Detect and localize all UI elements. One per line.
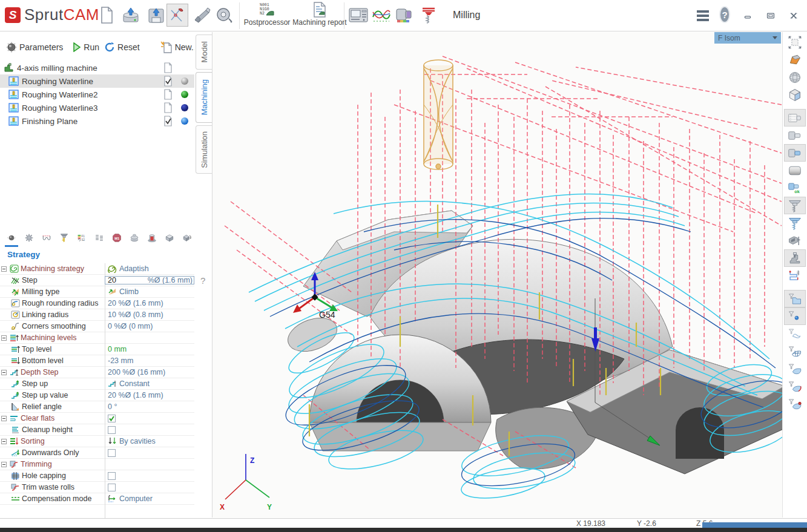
param-row-machining-strategy[interactable]: Machining strategy Adaptish [0, 263, 194, 275]
filter-curve-button[interactable] [784, 325, 806, 343]
param-row-cleanup-height[interactable]: Cleanup height [0, 424, 194, 436]
isometric-cube-button[interactable] [784, 86, 806, 103]
show-machine-button[interactable] [784, 249, 806, 267]
param-row-depth-step[interactable]: Depth Step 200 %Ø (16 mm) [0, 367, 194, 378]
workpiece-page-button[interactable] [127, 230, 142, 246]
tool-page-button[interactable] [56, 230, 72, 246]
rest-material-icon [148, 231, 156, 245]
m-commands-page-button[interactable]: M1 [109, 230, 125, 246]
strategy-parameter-table: Machining strategy Adaptish Step 20%Ø (1… [0, 263, 194, 505]
transform-page-button[interactable] [179, 230, 195, 246]
minimize-button[interactable] [740, 8, 756, 24]
sphere-view-button[interactable] [784, 68, 806, 86]
parameters-button[interactable]: Parameters [4, 41, 65, 54]
tree-item-roughing-waterline[interactable]: Roughing Waterline [0, 74, 194, 88]
param-row-bottom-level[interactable]: Bottom level -23 mm [0, 355, 194, 367]
param-row-trimming[interactable]: Trimming [0, 459, 194, 470]
param-row-hole-capping[interactable]: Hole capping [0, 470, 194, 482]
new-project-button[interactable] [96, 4, 117, 27]
run-button[interactable]: Run [70, 41, 102, 53]
snap-toggle-button[interactable] [166, 4, 188, 27]
tab-machining[interactable]: Machining [196, 72, 212, 123]
show-fixtures-button[interactable] [784, 232, 806, 249]
graphics-viewport[interactable]: F Isom [212, 32, 782, 517]
clear-flats-checkbox[interactable] [108, 415, 116, 422]
tree-item-roughing-waterline2[interactable]: Roughing Waterline2 [0, 88, 194, 101]
collapse-icon[interactable] [1, 266, 7, 272]
filter-surface-point-button[interactable] [784, 395, 806, 413]
tree-item-roughing-waterline3[interactable]: Roughing Waterline3 [0, 101, 194, 114]
collapse-icon[interactable] [1, 439, 7, 444]
show-result-workpiece-button[interactable]: ok [784, 179, 806, 197]
param-row-step-up-value[interactable]: Step up value 20 %Ø (1.6 mm) [0, 390, 194, 401]
param-row-milling-type[interactable]: Milling type Climb [0, 286, 194, 298]
param-row-top-level[interactable]: Top level 0 mm [0, 344, 194, 355]
param-row-step-up[interactable]: Step up Constant [0, 378, 194, 390]
hole-capping-checkbox[interactable] [108, 472, 116, 480]
collapse-icon[interactable] [1, 416, 7, 421]
param-row-relief-angle[interactable]: Relief angle 0 ° [0, 401, 194, 413]
svg-text:N1G0: N1G0 [260, 7, 269, 11]
show-workpiece-button[interactable] [784, 126, 806, 144]
machine-control-panel-button[interactable] [348, 4, 369, 27]
param-row-sorting[interactable]: Sorting By cavities [0, 436, 194, 447]
param-row-clear-flats[interactable]: Clear flats [0, 413, 194, 424]
collapse-icon[interactable] [1, 462, 7, 467]
save-button[interactable] [145, 4, 167, 27]
filter-job-folder-button[interactable] [784, 290, 806, 307]
show-tool-button[interactable] [784, 197, 806, 214]
trim-waste-rolls-checkbox[interactable] [108, 484, 116, 491]
strategy-page-button[interactable] [4, 230, 19, 246]
tab-simulation[interactable]: Simulation [196, 125, 212, 174]
filter-point-button[interactable] [784, 307, 806, 325]
postprocessor-button[interactable]: %001 N1G0 N2 Postprocessor [243, 2, 291, 30]
tree-item-finishing-plane[interactable]: Finishing Plane [0, 114, 194, 128]
show-stock-cylinder-button[interactable] [784, 162, 806, 179]
filter-mesh-button[interactable] [784, 343, 806, 360]
rest-material-page-button[interactable] [144, 230, 160, 246]
show-workpiece-rest-button[interactable] [784, 144, 806, 162]
main-menu-button[interactable] [695, 8, 711, 24]
open-project-button[interactable] [120, 4, 142, 27]
approach-page-button[interactable] [39, 230, 54, 246]
help-button[interactable]: ? [717, 7, 733, 22]
param-row-linking-radius[interactable]: Linking radius 10 %Ø (0.8 mm) [0, 309, 194, 321]
show-toolpath-button[interactable] [784, 267, 806, 284]
cleanup-height-checkbox[interactable] [108, 426, 116, 434]
show-part-wireframe-button[interactable] [784, 109, 806, 126]
tool-wear-button[interactable] [418, 4, 440, 27]
cutting-tool[interactable] [424, 60, 453, 169]
filter-surface-edge-button[interactable] [784, 378, 806, 395]
show-holder-button[interactable] [784, 214, 806, 232]
fixtures-page-button[interactable] [162, 230, 177, 246]
caliper-measure-button[interactable] [191, 4, 212, 27]
param-row-corners-smoothing[interactable]: Corners smoothing 0 %Ø (0 mm) [0, 321, 194, 332]
shaded-part-view-button[interactable] [784, 51, 806, 68]
feeds-speeds-page-button[interactable]: F1S2 [74, 230, 90, 246]
downwards-only-checkbox[interactable] [108, 449, 116, 457]
filter-surface-button[interactable] [784, 360, 806, 378]
machining-report-button[interactable]: Machining report [292, 2, 348, 30]
operation-list-page-button[interactable] [91, 230, 107, 246]
collapse-icon[interactable] [1, 370, 7, 375]
param-row-rough-rounding-radius[interactable]: Rough rounding radius 20 %Ø (1.6 mm) [0, 298, 194, 309]
reset-button[interactable]: Reset [102, 41, 142, 54]
tape-measure-button[interactable] [213, 4, 235, 27]
spindle-tuning-button[interactable] [394, 4, 415, 27]
param-row-downwards-only[interactable]: Downwards Only [0, 447, 194, 459]
tab-model[interactable]: Model [196, 34, 212, 70]
tree-item-machine[interactable]: 4-axis milling machine [0, 61, 194, 74]
maximize-button[interactable] [763, 8, 779, 24]
close-button[interactable] [786, 8, 802, 24]
document-title: Milling [453, 10, 480, 21]
setup-page-button[interactable] [21, 230, 37, 246]
param-row-compensation-mode[interactable]: Compensation mode Computer [0, 493, 194, 505]
view-orientation-selector[interactable]: F Isom [714, 32, 781, 44]
graphs-button[interactable] [371, 4, 392, 27]
collapse-icon[interactable] [1, 335, 7, 341]
param-row-trim-waste-rolls[interactable]: Trim waste rolls [0, 482, 194, 493]
param-row-machining-levels[interactable]: Machining levels [0, 332, 194, 344]
fit-view-button[interactable] [784, 33, 806, 51]
param-row-step[interactable]: Step 20%Ø (1.6 mm) [0, 275, 194, 286]
part-model[interactable] [283, 211, 782, 474]
